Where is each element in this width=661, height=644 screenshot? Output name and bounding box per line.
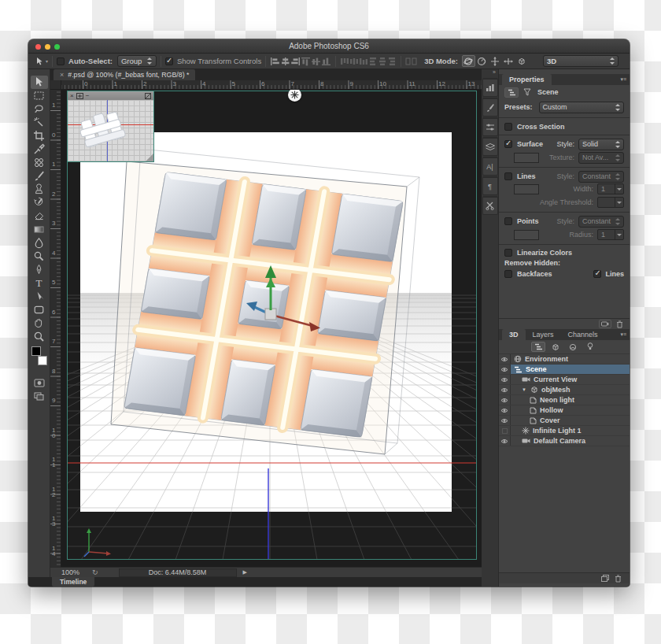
filter-lights-icon[interactable] bbox=[583, 342, 597, 352]
character-panel-icon[interactable]: A| bbox=[482, 157, 498, 176]
scene-item-default-camera[interactable]: Default Camera bbox=[499, 436, 630, 446]
scene-item-cover[interactable]: Cover bbox=[499, 416, 630, 426]
adjustments-panel-icon[interactable] bbox=[482, 117, 498, 136]
healing-brush-tool[interactable] bbox=[31, 156, 48, 169]
cross-section-checkbox[interactable] bbox=[504, 123, 512, 131]
shape-tool[interactable] bbox=[31, 303, 48, 316]
timeline-tab[interactable]: Timeline bbox=[52, 577, 94, 587]
auto-select-checkbox[interactable] bbox=[57, 57, 65, 65]
foreground-color-well[interactable] bbox=[31, 346, 41, 356]
scene-item-current-view[interactable]: Current View bbox=[499, 375, 630, 385]
move-tool[interactable] bbox=[31, 76, 48, 89]
background-color-well[interactable] bbox=[38, 356, 47, 365]
layer-comps-panel-icon[interactable] bbox=[482, 137, 498, 156]
new-item-icon[interactable] bbox=[601, 575, 609, 582]
zoom-tool[interactable] bbox=[31, 330, 48, 343]
rectangular-marquee-tool[interactable] bbox=[31, 89, 48, 102]
scene-item-scene[interactable]: Scene bbox=[499, 365, 630, 375]
expand-dock-icon[interactable]: » bbox=[493, 69, 496, 77]
secondary-view-header[interactable]: × − bbox=[68, 91, 153, 100]
distribute-bottom-edges-icon[interactable] bbox=[359, 57, 368, 66]
workspace-switcher-dropdown[interactable]: 3D bbox=[543, 55, 619, 67]
filter-meshes-icon[interactable] bbox=[548, 342, 563, 352]
secondary-view-body[interactable] bbox=[68, 100, 153, 161]
dodge-tool[interactable] bbox=[31, 250, 48, 263]
panel-menu-icon[interactable]: ▾≡ bbox=[620, 76, 626, 83]
zoom-level[interactable]: 100% bbox=[61, 568, 79, 576]
paragraph-panel-icon[interactable]: ¶ bbox=[482, 176, 498, 195]
hashtag-3d-mesh[interactable] bbox=[124, 172, 404, 438]
eraser-tool[interactable] bbox=[31, 209, 48, 223]
canvas-viewport[interactable]: × − bbox=[61, 90, 482, 567]
close-document-icon[interactable]: × bbox=[60, 71, 64, 79]
scene-item-objmesh[interactable]: ▼objMesh bbox=[499, 385, 630, 395]
points-color-swatch[interactable] bbox=[514, 230, 539, 240]
expand-view-icon[interactable] bbox=[145, 93, 151, 99]
expander-icon[interactable]: ▼ bbox=[522, 387, 527, 392]
clone-stamp-tool[interactable] bbox=[31, 183, 48, 196]
lines-checkbox[interactable] bbox=[504, 172, 512, 180]
move-tool-preset-icon[interactable] bbox=[35, 57, 44, 66]
3d-drag-mode-icon[interactable] bbox=[489, 55, 502, 67]
texture-dropdown[interactable]: Not Av... bbox=[578, 152, 624, 164]
measurement-panel-icon[interactable] bbox=[482, 196, 498, 215]
distribute-left-edges-icon[interactable] bbox=[368, 57, 378, 66]
hand-tool[interactable] bbox=[31, 316, 48, 330]
tool-preset-caret-icon[interactable]: ▾ bbox=[46, 58, 48, 64]
screen-mode-button[interactable] bbox=[31, 390, 48, 403]
histogram-panel-icon[interactable] bbox=[482, 78, 498, 97]
align-top-edges-icon[interactable] bbox=[301, 57, 311, 66]
align-bottom-edges-icon[interactable] bbox=[321, 57, 331, 66]
align-horizontal-centers-icon[interactable] bbox=[280, 57, 290, 66]
points-checkbox[interactable] bbox=[504, 217, 512, 225]
angle-threshold-field[interactable] bbox=[597, 197, 624, 208]
secondary-view-panel[interactable]: × − bbox=[67, 91, 154, 162]
scene-item-environment[interactable]: Environment bbox=[499, 354, 630, 365]
minimize-view-icon[interactable]: − bbox=[86, 92, 90, 99]
distribute-spacing-icons[interactable] bbox=[405, 57, 418, 66]
scene-item-neon-light[interactable]: Neon light bbox=[499, 395, 630, 405]
filter-scene-icon[interactable] bbox=[504, 87, 519, 98]
3d-slide-mode-icon[interactable] bbox=[502, 55, 515, 67]
horizontal-ruler[interactable]: 012345678910111213 bbox=[61, 80, 482, 90]
radius-dropdown-icon[interactable] bbox=[615, 230, 623, 239]
vertical-ruler[interactable]: 101234567891011121314 bbox=[50, 90, 61, 567]
tab-channels[interactable]: Channels bbox=[561, 329, 605, 340]
render-camera-icon[interactable] bbox=[599, 320, 611, 328]
title-bar[interactable]: Adobe Photoshop CS6 bbox=[28, 39, 630, 54]
radius-field[interactable]: 1 bbox=[597, 229, 624, 240]
align-left-edges-icon[interactable] bbox=[270, 57, 280, 66]
brush-tool[interactable] bbox=[31, 169, 48, 183]
3d-roll-mode-icon[interactable] bbox=[475, 55, 489, 67]
visibility-eye-icon[interactable] bbox=[499, 375, 511, 384]
crop-tool[interactable] bbox=[31, 129, 48, 142]
close-secondary-view-icon[interactable]: × bbox=[70, 92, 74, 99]
blur-tool[interactable] bbox=[31, 236, 48, 250]
align-right-edges-icon[interactable] bbox=[290, 57, 301, 66]
delete-icon[interactable] bbox=[615, 575, 622, 583]
tab-properties[interactable]: Properties bbox=[502, 74, 552, 85]
distribute-right-edges-icon[interactable] bbox=[387, 57, 397, 66]
visibility-eye-icon[interactable] bbox=[499, 436, 511, 446]
3d-scale-mode-icon[interactable] bbox=[515, 55, 529, 67]
hidden-lines-checkbox[interactable] bbox=[593, 270, 601, 278]
visibility-eye-icon[interactable] bbox=[499, 416, 511, 425]
linearize-colors-checkbox[interactable] bbox=[504, 249, 512, 257]
type-tool[interactable]: T bbox=[31, 276, 48, 290]
lasso-tool[interactable] bbox=[31, 102, 48, 116]
status-options-arrow-icon[interactable]: ▶ bbox=[243, 569, 247, 576]
backfaces-checkbox[interactable] bbox=[504, 270, 512, 278]
lines-color-swatch[interactable] bbox=[514, 184, 539, 194]
points-style-dropdown[interactable]: Constant bbox=[578, 216, 624, 228]
distribute-horizontal-centers-icon[interactable] bbox=[378, 57, 387, 66]
angle-threshold-dropdown-icon[interactable] bbox=[615, 198, 623, 207]
history-brush-tool[interactable] bbox=[31, 196, 48, 209]
panel-menu-icon[interactable]: ▾≡ bbox=[620, 331, 626, 338]
align-vertical-centers-icon[interactable] bbox=[311, 57, 321, 66]
distribute-vertical-centers-icon[interactable] bbox=[349, 57, 359, 66]
visibility-eye-icon[interactable] bbox=[499, 405, 511, 415]
visibility-eye-icon[interactable] bbox=[499, 354, 511, 364]
auto-select-target-dropdown[interactable]: Group bbox=[117, 55, 157, 67]
presets-dropdown[interactable]: Custom bbox=[539, 102, 624, 113]
scene-item-infinite-light-1[interactable]: Infinite Light 1 bbox=[499, 426, 630, 436]
